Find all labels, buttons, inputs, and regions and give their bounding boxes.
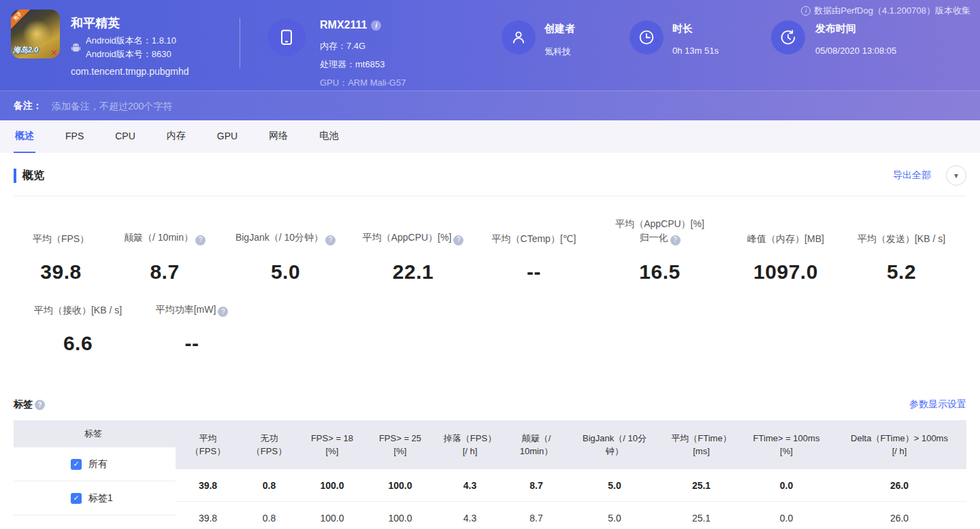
table-cell: 4.3: [434, 502, 506, 529]
col-header: FPS> = 18[%]: [298, 420, 366, 469]
help-icon[interactable]: ?: [325, 235, 336, 245]
label-column-header: 标签: [14, 420, 176, 447]
col-header: FPS> = 25[%]: [366, 420, 434, 469]
metric-avg-fps: 平均（FPS） 39.8: [15, 232, 107, 284]
table-cell: 8.7: [506, 502, 567, 529]
header-divider: [240, 18, 240, 68]
app-icon-xmark: ✕: [50, 48, 58, 58]
info-circle-icon: i: [801, 6, 811, 16]
metric-value: 6.6: [15, 332, 141, 355]
android-version-name: Android版本名：1.8.10: [86, 34, 176, 48]
col-header: 掉落（FPS）[/ h]: [434, 420, 506, 469]
metric-label: 平均（AppCPU）[%]: [363, 232, 452, 243]
tab-memory[interactable]: 内存: [165, 120, 187, 153]
app-name: 和平精英: [71, 15, 120, 31]
metric-avg-ctemp: 平均（CTemp）[℃] --: [478, 232, 590, 284]
table-cell: 100.0: [366, 502, 434, 529]
clock-icon: [638, 29, 655, 46]
metrics-table-header: 平均（FPS） 无功（FPS） FPS> = 18[%] FPS> = 25[%…: [176, 420, 966, 469]
metric-label: 平均功率[mW]: [156, 304, 216, 315]
checkbox-checked-icon[interactable]: ✓: [71, 493, 82, 504]
tab-cpu[interactable]: CPU: [114, 120, 137, 153]
tab-bar: 概述 FPS CPU 内存 GPU 网络 电池: [0, 120, 980, 153]
tab-overview[interactable]: 概述: [14, 120, 35, 153]
phone-icon: [277, 28, 296, 47]
duration-value: 0h 13m 51s: [672, 46, 719, 56]
publish-title: 发布时间: [815, 22, 896, 35]
duration-title: 时长: [672, 22, 719, 35]
note-label: 备注：: [14, 100, 42, 112]
note-input[interactable]: [52, 101, 338, 112]
table-row: 39.8 0.8 100.0 100.0 4.3 8.7 5.0 25.1 0.…: [176, 502, 966, 529]
tab-battery[interactable]: 电池: [318, 120, 340, 153]
help-icon[interactable]: ?: [35, 400, 45, 410]
table-cell: 5.0: [567, 502, 662, 529]
android-icon: [71, 42, 81, 53]
metric-value: 39.8: [15, 260, 107, 284]
app-icon: 光子 海岛2.0 ✕: [11, 10, 60, 58]
note-bar: 备注：: [0, 90, 980, 120]
creator-title: 创建者: [544, 22, 575, 35]
table-cell: 0.0: [740, 469, 832, 501]
checkbox-checked-icon[interactable]: ✓: [71, 459, 82, 470]
tab-fps[interactable]: FPS: [64, 120, 85, 153]
overview-header: 概览 导出全部 ▼: [0, 153, 980, 186]
col-header: 平均（FTime）[ms]: [662, 420, 740, 469]
labels-table: 标签 ✓ 所有 ✓ 标签1 平均（FPS） 无功（FPS） FPS> = 18[…: [14, 420, 966, 529]
col-header: Delta（FTime）> 100ms[/ h]: [832, 420, 966, 469]
metric-avg-appcpu: 平均（AppCPU）[%]? 22.1: [348, 231, 478, 284]
metric-value: --: [141, 332, 243, 355]
device-gpu: GPU：ARM Mali-G57: [320, 73, 406, 92]
metric-avg-appcpu-normalized: 平均（AppCPU）[%] 归一化? 16.5: [590, 217, 730, 284]
metric-label: 平均（AppCPU）[%]: [615, 218, 704, 229]
col-header: BigJank（/ 10分钟）: [567, 420, 662, 469]
help-icon[interactable]: ?: [453, 235, 463, 245]
table-cell: 39.8: [176, 502, 240, 529]
tab-network[interactable]: 网络: [267, 120, 289, 153]
app-package: com.tencent.tmgp.pubgmhd: [71, 66, 189, 77]
metrics-row-2: 平均（接收）[KB / s] 6.6 平均功率[mW]? --: [0, 303, 980, 356]
publish-value: 05/08/2020 13:08:05: [815, 46, 896, 56]
table-cell: 5.0: [567, 469, 662, 501]
table-cell: 26.0: [832, 502, 966, 529]
label-row-all[interactable]: ✓ 所有: [14, 447, 176, 481]
metric-avg-power: 平均功率[mW]? --: [141, 303, 243, 356]
metric-value: 22.1: [348, 260, 478, 284]
metric-bigjank: BigJank（/ 10分钟）? 5.0: [223, 231, 348, 284]
label-column: 标签 ✓ 所有 ✓ 标签1: [14, 420, 176, 529]
metric-value: 16.5: [590, 260, 730, 284]
device-info-icon[interactable]: i: [371, 20, 381, 31]
section-divider: [14, 196, 966, 197]
metric-value: 1097.0: [730, 260, 842, 284]
export-all-link[interactable]: 导出全部: [893, 169, 931, 182]
table-cell: 8.7: [506, 469, 567, 501]
metric-label: BigJank（/ 10分钟）: [235, 232, 323, 243]
label-row-tag1[interactable]: ✓ 标签1: [14, 481, 176, 515]
table-cell: 25.1: [662, 502, 740, 529]
app-icon-banner: 海岛2.0: [13, 45, 38, 55]
metric-peak-memory: 峰值（内存）[MB] 1097.0: [730, 232, 842, 284]
metric-label: 平均（CTemp）[℃]: [492, 233, 576, 244]
metric-value: 5.0: [223, 260, 348, 284]
metric-avg-receive: 平均（接收）[KB / s] 6.6: [15, 303, 141, 355]
col-header: 颠簸（/10min）: [506, 420, 567, 469]
param-display-settings-link[interactable]: 参数显示设置: [909, 398, 966, 411]
table-cell: 25.1: [662, 469, 740, 501]
label-row-text: 所有: [88, 458, 108, 471]
device-memory: 内存：7.4G: [320, 37, 406, 55]
table-cell: 26.0: [832, 469, 966, 501]
help-icon[interactable]: ?: [670, 235, 681, 245]
table-cell: 0.8: [240, 502, 298, 529]
collect-note-text: 数据由PerfDog（4.1.200708）版本收集: [814, 5, 970, 17]
creator-icon-circle: [502, 20, 536, 54]
collapse-button[interactable]: ▼: [946, 165, 966, 186]
help-icon[interactable]: ?: [195, 235, 206, 245]
label-row-empty: [14, 515, 176, 529]
device-name: RMX2111: [320, 19, 367, 31]
table-cell: 100.0: [298, 469, 366, 501]
tab-gpu[interactable]: GPU: [216, 120, 239, 153]
metric-jank: 颠簸（/ 10min）? 8.7: [107, 231, 223, 284]
metric-label: 平均（FPS）: [33, 233, 89, 244]
table-cell: 100.0: [366, 469, 434, 501]
help-icon[interactable]: ?: [218, 307, 228, 317]
